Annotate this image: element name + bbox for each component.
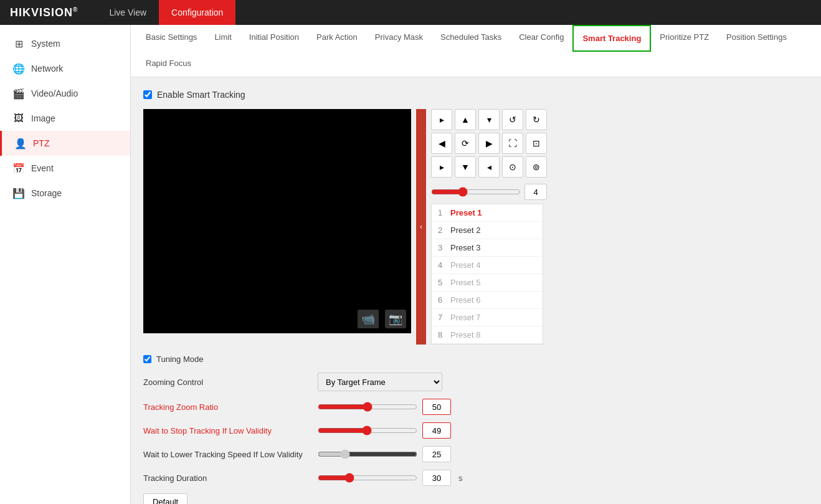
tab-privacy-mask[interactable]: Privacy Mask bbox=[366, 25, 432, 51]
ptz-icon: 👤 bbox=[14, 137, 27, 150]
ptz-up[interactable]: ▲ bbox=[455, 109, 476, 130]
record-button[interactable]: 📹 bbox=[358, 310, 379, 328]
tab-initial-position[interactable]: Initial Position bbox=[240, 25, 308, 51]
ptz-zoom-in-right[interactable]: ↻ bbox=[526, 109, 547, 130]
tracking-zoom-ratio-label: Tracking Zoom Ratio bbox=[143, 402, 318, 412]
tracking-duration-label: Tracking Duration bbox=[143, 473, 318, 483]
wait-lower-speed-row: Wait to Lower Tracking Speed If Low Vali… bbox=[143, 446, 809, 462]
ptz-top-right[interactable]: ▾ bbox=[478, 109, 500, 130]
ptz-zoom-in-left[interactable]: ↺ bbox=[502, 109, 523, 130]
preset-item-4[interactable]: 4 Preset 4 bbox=[432, 257, 543, 274]
tab-bar: Basic Settings Limit Initial Position Pa… bbox=[131, 25, 821, 77]
nav-configuration[interactable]: Configuration bbox=[159, 0, 235, 25]
wait-lower-speed-input[interactable] bbox=[422, 446, 451, 462]
tab-prioritize-ptz[interactable]: Prioritize PTZ bbox=[651, 25, 718, 51]
image-icon: 🖼 bbox=[12, 112, 25, 125]
ptz-row-1: ▸ ▲ ▾ ↺ ↻ bbox=[431, 109, 547, 130]
preset-item-2[interactable]: 2 Preset 2 bbox=[432, 222, 543, 239]
enable-smart-tracking-checkbox[interactable] bbox=[143, 90, 152, 99]
preset-item-5[interactable]: 5 Preset 5 bbox=[432, 274, 543, 292]
tracking-duration-input[interactable] bbox=[422, 470, 451, 486]
wait-lower-speed-slider-container bbox=[318, 446, 451, 462]
default-button[interactable]: Default bbox=[143, 493, 187, 504]
tracking-duration-row: Tracking Duration s bbox=[143, 470, 809, 486]
tuning-mode-row: Tuning Mode bbox=[143, 354, 809, 364]
ptz-auto-scan[interactable]: ⊙ bbox=[502, 156, 523, 178]
wait-lower-speed-label: Wait to Lower Tracking Speed If Low Vali… bbox=[143, 450, 318, 459]
sidebar-label-network: Network bbox=[31, 64, 63, 74]
camera-overlay: 📹 📷 bbox=[353, 305, 411, 333]
tab-scheduled-tasks[interactable]: Scheduled Tasks bbox=[432, 25, 510, 51]
wait-stop-tracking-slider-container bbox=[318, 422, 451, 439]
ptz-bottom-left[interactable]: ▸ bbox=[431, 156, 452, 178]
preset-list: 1 Preset 1 2 Preset 2 3 Preset 3 4 bbox=[431, 204, 543, 345]
preset-item-1[interactable]: 1 Preset 1 bbox=[432, 204, 543, 222]
sidebar-item-video-audio[interactable]: 🎬 Video/Audio bbox=[0, 81, 130, 106]
sidebar-label-image: Image bbox=[31, 113, 55, 123]
preset-item-8[interactable]: 8 Preset 8 bbox=[432, 326, 543, 344]
zooming-control-select[interactable]: By Target Frame Fixed Zoom Ratio Manual bbox=[318, 373, 442, 391]
app-logo: HIKVISION® bbox=[10, 6, 78, 19]
wait-stop-tracking-row: Wait to Stop Tracking If Low Validity bbox=[143, 422, 809, 439]
ptz-stop[interactable]: ⊚ bbox=[526, 156, 547, 178]
tab-rapid-focus[interactable]: Rapid Focus bbox=[137, 51, 200, 77]
tracking-duration-slider-container: s bbox=[318, 470, 463, 486]
camera-ptz-section: 📹 📷 ‹ ▸ ▲ ▾ ↺ ↻ bbox=[143, 109, 809, 345]
ptz-directional-controls: ▸ ▲ ▾ ↺ ↻ ◀ ⟳ ▶ ⛶ ⊡ bbox=[431, 109, 547, 178]
sidebar-label-ptz: PTZ bbox=[33, 138, 49, 148]
ptz-left[interactable]: ◀ bbox=[431, 133, 452, 154]
zoom-value-input[interactable] bbox=[524, 184, 547, 200]
ptz-top-left[interactable]: ▸ bbox=[431, 109, 452, 130]
sidebar-item-image[interactable]: 🖼 Image bbox=[0, 106, 130, 131]
tab-smart-tracking[interactable]: Smart Tracking bbox=[572, 25, 651, 52]
tracking-zoom-ratio-input[interactable] bbox=[422, 399, 451, 415]
zoom-slider-row bbox=[431, 184, 547, 200]
preset-item-3[interactable]: 3 Preset 3 bbox=[432, 239, 543, 257]
preset-item-6[interactable]: 6 Preset 6 bbox=[432, 292, 543, 309]
sidebar-label-storage: Storage bbox=[31, 188, 62, 198]
ptz-down[interactable]: ▼ bbox=[455, 156, 476, 178]
ptz-bottom-right[interactable]: ◂ bbox=[478, 156, 500, 178]
video-audio-icon: 🎬 bbox=[12, 87, 25, 100]
tab-clear-config[interactable]: Clear Config bbox=[510, 25, 572, 51]
sidebar-item-ptz[interactable]: 👤 PTZ bbox=[0, 131, 130, 156]
sidebar-item-event[interactable]: 📅 Event bbox=[0, 156, 130, 181]
network-icon: 🌐 bbox=[12, 62, 25, 75]
wait-stop-tracking-slider[interactable] bbox=[318, 426, 417, 435]
wait-lower-speed-slider[interactable] bbox=[318, 449, 417, 459]
tuning-mode-label[interactable]: Tuning Mode bbox=[156, 354, 203, 364]
ptz-home[interactable]: ⟳ bbox=[455, 133, 476, 154]
zooming-control-row: Zooming Control By Target Frame Fixed Zo… bbox=[143, 373, 809, 391]
zoom-slider[interactable] bbox=[431, 187, 521, 197]
wait-stop-tracking-label: Wait to Stop Tracking If Low Validity bbox=[143, 426, 318, 435]
ptz-collapse[interactable]: ⊡ bbox=[526, 133, 547, 154]
tab-basic-settings[interactable]: Basic Settings bbox=[137, 25, 206, 51]
tracking-zoom-ratio-row: Tracking Zoom Ratio bbox=[143, 399, 809, 415]
tracking-duration-slider[interactable] bbox=[318, 473, 417, 483]
tab-limit[interactable]: Limit bbox=[206, 25, 240, 51]
preset-item-7[interactable]: 7 Preset 7 bbox=[432, 309, 543, 326]
ptz-expand[interactable]: ⛶ bbox=[502, 133, 523, 154]
sidebar-item-system[interactable]: ⊞ System bbox=[0, 31, 130, 56]
smart-tracking-content: Enable Smart Tracking 📹 📷 ‹ bbox=[131, 77, 821, 504]
sidebar-item-storage[interactable]: 💾 Storage bbox=[0, 181, 130, 206]
sidebar-label-event: Event bbox=[31, 163, 54, 173]
wait-stop-tracking-input[interactable] bbox=[422, 422, 451, 439]
collapse-handle[interactable]: ‹ bbox=[416, 109, 426, 345]
nav-live-view[interactable]: Live View bbox=[97, 0, 159, 25]
tracking-zoom-ratio-slider[interactable] bbox=[318, 402, 417, 412]
ptz-right[interactable]: ▶ bbox=[478, 133, 500, 154]
enable-smart-tracking-label[interactable]: Enable Smart Tracking bbox=[157, 90, 245, 100]
ptz-controls-section: ▸ ▲ ▾ ↺ ↻ ◀ ⟳ ▶ ⛶ ⊡ bbox=[431, 109, 547, 345]
snapshot-button[interactable]: 📷 bbox=[385, 310, 406, 328]
sidebar: ⊞ System 🌐 Network 🎬 Video/Audio 🖼 Image… bbox=[0, 25, 131, 504]
main-layout: ⊞ System 🌐 Network 🎬 Video/Audio 🖼 Image… bbox=[0, 25, 821, 504]
sidebar-item-network[interactable]: 🌐 Network bbox=[0, 56, 130, 81]
sidebar-label-system: System bbox=[31, 39, 60, 49]
sidebar-label-video-audio: Video/Audio bbox=[31, 88, 78, 98]
tuning-mode-checkbox[interactable] bbox=[143, 355, 151, 363]
enable-smart-tracking-row: Enable Smart Tracking bbox=[143, 90, 809, 100]
tab-position-settings[interactable]: Position Settings bbox=[718, 25, 795, 51]
settings-panel: Tuning Mode Zooming Control By Target Fr… bbox=[143, 354, 809, 504]
tab-park-action[interactable]: Park Action bbox=[308, 25, 366, 51]
